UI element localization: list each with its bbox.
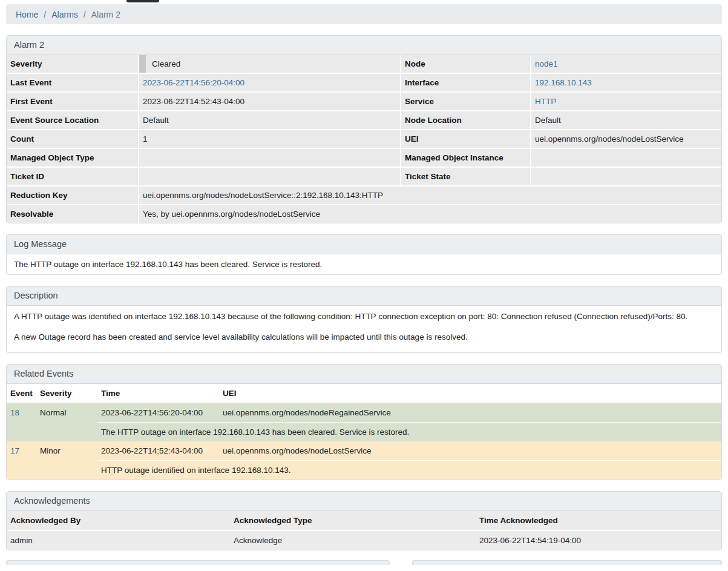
event-source-location-label: Event Source Location	[7, 110, 138, 129]
time-acknowledged-value: 2023-06-22T14:54:19-04:00	[476, 530, 721, 550]
event-severity: Normal	[36, 403, 97, 422]
first-event-label: First Event	[7, 91, 138, 110]
uei-label: UEI	[400, 129, 530, 148]
event-log-message: HTTP outage identified on interface 192.…	[97, 460, 721, 480]
event-id-cell: 18	[7, 403, 36, 422]
event-id-cell: 17	[7, 441, 36, 460]
related-events-card: Related Events Event Severity Time UEI 1…	[6, 364, 722, 480]
severity-indicator-bar	[139, 55, 146, 73]
interface-label: Interface	[400, 73, 530, 91]
log-message-text: The HTTP outage on interface 192.168.10.…	[7, 254, 721, 274]
event-time: 2023-06-22T14:52:43-04:00	[97, 441, 219, 460]
resolvable-value: Yes, by uei.opennms.org/nodes/nodeLostSe…	[138, 204, 721, 223]
empty-cell	[7, 460, 36, 480]
table-row: Resolvable Yes, by uei.opennms.org/nodes…	[7, 204, 721, 223]
node-link[interactable]: node1	[535, 59, 558, 68]
table-row: admin Acknowledge 2023-06-22T14:54:19-04…	[7, 530, 721, 550]
alarm-detail-card: Alarm 2 Severity Cleared Node node1 Last	[6, 35, 722, 223]
related-events-table: Event Severity Time UEI 18 Normal 2023-0…	[7, 384, 721, 480]
ticket-id-label: Ticket ID	[7, 167, 138, 185]
event-18-link[interactable]: 18	[10, 408, 19, 417]
empty-cell	[7, 422, 36, 441]
managed-object-type-value	[138, 148, 400, 167]
node-location-label: Node Location	[400, 110, 530, 129]
time-acknowledged-column-header: Time Acknowledged	[476, 511, 721, 530]
table-row: HTTP outage identified on interface 192.…	[7, 460, 721, 480]
description-body: A HTTP outage was identified on interfac…	[7, 306, 721, 352]
managed-object-type-label: Managed Object Type	[7, 148, 138, 167]
event-log-message: The HTTP outage on interface 192.168.10.…	[97, 422, 721, 441]
breadcrumb: Home / Alarms / Alarm 2	[6, 4, 722, 24]
resolvable-label: Resolvable	[7, 204, 138, 223]
table-row: Ticket ID Ticket State	[7, 167, 721, 185]
acknowledgements-card: Acknowledgements Acknowledged By Acknowl…	[6, 491, 722, 550]
service-link[interactable]: HTTP	[535, 97, 556, 106]
reduction-key-label: Reduction Key	[7, 185, 138, 204]
event-17-link[interactable]: 17	[10, 446, 19, 455]
node-location-value: Default	[530, 110, 721, 129]
last-event-label: Last Event	[7, 73, 138, 91]
breadcrumb-home-link[interactable]: Home	[16, 10, 38, 19]
ticket-state-value	[530, 167, 721, 185]
related-events-card-title: Related Events	[7, 365, 721, 384]
reduction-key-value: uei.opennms.org/nodes/nodeLostService::2…	[138, 185, 721, 204]
description-card-title: Description	[7, 286, 721, 306]
service-label: Service	[400, 91, 530, 110]
table-row: Event Source Location Default Node Locat…	[7, 110, 721, 129]
breadcrumb-current: Alarm 2	[91, 10, 120, 19]
table-row: The HTTP outage on interface 192.168.10.…	[7, 422, 721, 441]
severity-value: Cleared	[146, 55, 186, 73]
event-time: 2023-06-22T14:56:20-04:00	[97, 403, 219, 422]
alarm-detail-page: Home / Alarms / Alarm 2 Alarm 2 Severity…	[0, 0, 728, 571]
interface-link[interactable]: 192.168.10.143	[535, 78, 592, 87]
breadcrumb-separator: /	[44, 10, 46, 19]
interface-value-cell: 192.168.10.143	[530, 73, 721, 91]
ticket-state-label: Ticket State	[400, 167, 530, 185]
event-uei: uei.opennms.org/nodes/nodeRegainedServic…	[219, 403, 721, 422]
table-header-row: Acknowledged By Acknowledged Type Time A…	[7, 511, 721, 530]
table-row: Reduction Key uei.opennms.org/nodes/node…	[7, 185, 721, 204]
acknowledged-type-value: Acknowledge	[230, 530, 476, 550]
event-severity: Minor	[36, 441, 97, 460]
node-label: Node	[400, 55, 530, 73]
last-event-link[interactable]: 2023-06-22T14:56:20-04:00	[143, 78, 244, 87]
table-row: Count 1 UEI uei.opennms.org/nodes/nodeLo…	[7, 129, 721, 148]
log-message-card: Log Message The HTTP outage on interface…	[6, 234, 722, 275]
breadcrumb-alarms-link[interactable]: Alarms	[51, 10, 78, 19]
acknowledged-by-column-header: Acknowledged By	[7, 511, 230, 530]
severity-value-cell: Cleared	[138, 55, 400, 73]
event-source-location-value: Default	[138, 110, 400, 129]
service-value-cell: HTTP	[530, 91, 721, 110]
ticket-id-value	[138, 167, 400, 185]
node-value-cell: node1	[530, 55, 721, 73]
severity-column-header: Severity	[36, 384, 97, 403]
uei-column-header: UEI	[219, 384, 721, 403]
table-row: Managed Object Type Managed Object Insta…	[7, 148, 721, 167]
description-paragraph: A HTTP outage was identified on interfac…	[14, 311, 714, 322]
bottom-cards-row	[6, 560, 722, 565]
event-column-header: Event	[7, 384, 36, 403]
severity-label: Severity	[7, 55, 138, 73]
alarm-detail-table: Severity Cleared Node node1 Last Event 2…	[7, 55, 721, 223]
log-message-card-title: Log Message	[7, 235, 721, 254]
table-row: Severity Cleared Node node1	[7, 55, 721, 73]
description-card: Description A HTTP outage was identified…	[6, 286, 722, 353]
bottom-right-card-cutoff	[412, 560, 722, 565]
acknowledgements-card-title: Acknowledgements	[7, 492, 721, 511]
table-row: 18 Normal 2023-06-22T14:56:20-04:00 uei.…	[7, 403, 721, 422]
managed-object-instance-label: Managed Object Instance	[400, 148, 530, 167]
empty-cell	[36, 422, 97, 441]
acknowledgements-table: Acknowledged By Acknowledged Type Time A…	[7, 511, 721, 550]
acknowledged-type-column-header: Acknowledged Type	[230, 511, 476, 530]
alarm-detail-card-title: Alarm 2	[7, 36, 721, 55]
navbar-cutoff-sliver	[126, 0, 159, 2]
table-row: First Event 2023-06-22T14:52:43-04:00 Se…	[7, 91, 721, 110]
table-row: Last Event 2023-06-22T14:56:20-04:00 Int…	[7, 73, 721, 91]
managed-object-instance-value	[530, 148, 721, 167]
last-event-value-cell: 2023-06-22T14:56:20-04:00	[138, 73, 400, 91]
event-uei: uei.opennms.org/nodes/nodeLostService	[219, 441, 721, 460]
acknowledged-by-value: admin	[7, 530, 230, 550]
first-event-value: 2023-06-22T14:52:43-04:00	[138, 91, 400, 110]
time-column-header: Time	[97, 384, 219, 403]
empty-cell	[36, 460, 97, 480]
